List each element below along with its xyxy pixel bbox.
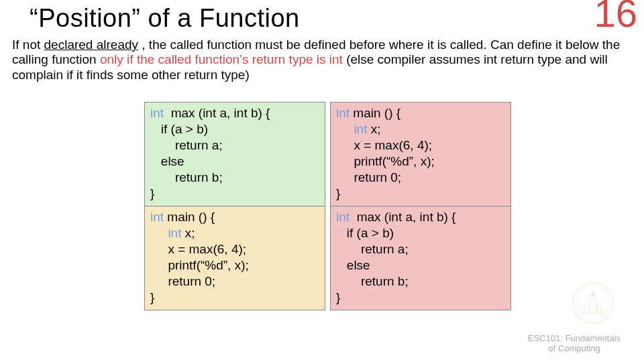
svg-point-0 (573, 283, 613, 323)
svg-rect-3 (584, 306, 590, 312)
slide-title: “Position” of a Function (30, 4, 300, 33)
body-seg-accent: only if the called function’s return typ… (100, 52, 343, 66)
codebox-max-second: int max (int a, int b) { if (a > b) retu… (330, 206, 511, 310)
body-seg-underlined: declared already (44, 38, 138, 52)
codebox-main-second: int main () { int x; x = max(6, 4); prin… (144, 206, 325, 310)
institute-logo-icon (572, 282, 614, 324)
body-seg-1: If not (12, 38, 44, 52)
svg-rect-2 (590, 300, 596, 311)
slide-number: 16 (594, 0, 637, 36)
footer-course-label: ESC101: Fundamentals of Computing (514, 333, 635, 354)
codebox-max-first: int max (int a, int b) { if (a > b) retu… (144, 102, 325, 206)
codebox-main-first: int main () { int x; x = max(6, 4); prin… (330, 102, 511, 206)
svg-rect-4 (596, 306, 602, 312)
body-paragraph: If not declared already , the called fun… (12, 38, 636, 82)
